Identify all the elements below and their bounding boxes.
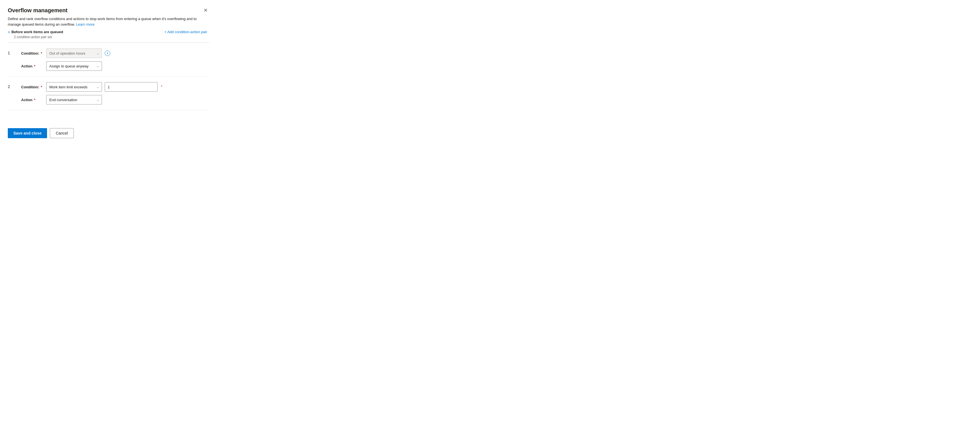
info-icon-1[interactable]: i	[105, 50, 110, 56]
condition-label-2: Condition: *	[21, 85, 43, 89]
overflow-management-dialog: Overflow management ✕ Define and rank ov…	[0, 0, 217, 145]
dialog-footer: Save and close Cancel	[8, 121, 209, 138]
condition-select-2[interactable]: Out of operation hours Work item limit e…	[46, 82, 102, 92]
condition-select-wrapper-2: Out of operation hours Work item limit e…	[46, 82, 102, 92]
action-select-wrapper-1: Assign to queue anyway End conversation …	[46, 61, 102, 71]
cancel-button[interactable]: Cancel	[50, 128, 74, 138]
dialog-title: Overflow management	[8, 7, 68, 14]
row-fields-2: Condition: * Out of operation hours Work…	[21, 82, 209, 104]
required-star-action-2: *	[33, 98, 35, 102]
conditions-list: 1 Condition: * Out of operation hours Wo…	[8, 43, 209, 121]
section-toolbar: ∨ Before work items are queued + Add con…	[8, 29, 209, 35]
row-inner-2: 2 Condition: * Out of operation hours Wo…	[8, 82, 209, 104]
action-select-2[interactable]: End conversation Assign to queue anyway	[46, 95, 102, 104]
action-select-wrapper-2: End conversation Assign to queue anyway …	[46, 95, 102, 104]
limit-input-2[interactable]	[105, 82, 158, 92]
action-field-row-2: Action * End conversation Assign to queu…	[21, 95, 209, 104]
add-condition-action-pair-button[interactable]: + Add condition-action pair	[162, 29, 209, 35]
required-star-condition-1: *	[40, 51, 42, 56]
action-label-1: Action *	[21, 64, 43, 68]
section-toggle-button[interactable]: ∨ Before work items are queued	[8, 30, 63, 34]
condition-row-1: 1 Condition: * Out of operation hours Wo…	[8, 43, 209, 77]
row-fields-1: Condition: * Out of operation hours Work…	[21, 48, 209, 71]
condition-field-row-2: Condition: * Out of operation hours Work…	[21, 82, 209, 92]
save-and-close-button[interactable]: Save and close	[8, 128, 47, 138]
row-number-2: 2	[8, 82, 21, 89]
row-number-1: 1	[8, 48, 21, 55]
learn-more-link[interactable]: Learn more	[76, 22, 94, 27]
dialog-description: Define and rank overflow conditions and …	[8, 16, 209, 27]
chevron-down-icon: ∨	[8, 30, 10, 34]
condition-label-1: Condition: *	[21, 51, 43, 56]
required-star-action-1: *	[33, 64, 35, 68]
dialog-header: Overflow management ✕	[8, 7, 209, 14]
close-button[interactable]: ✕	[202, 7, 209, 14]
condition-row-2: 2 Condition: * Out of operation hours Wo…	[8, 77, 209, 110]
row-inner-1: 1 Condition: * Out of operation hours Wo…	[8, 48, 209, 71]
action-select-1[interactable]: Assign to queue anyway End conversation	[46, 61, 102, 71]
required-star-condition-2: *	[40, 85, 42, 89]
condition-select-1[interactable]: Out of operation hours Work item limit e…	[46, 48, 102, 58]
action-field-row-1: Action * Assign to queue anyway End conv…	[21, 61, 209, 71]
condition-field-row-1: Condition: * Out of operation hours Work…	[21, 48, 209, 58]
section-title: Before work items are queued	[11, 30, 63, 34]
action-label-2: Action *	[21, 98, 43, 102]
required-star-limit-2: *	[161, 85, 162, 89]
condition-select-wrapper-1: Out of operation hours Work item limit e…	[46, 48, 102, 58]
section-subtitle: 2 condition-action pair set	[14, 35, 209, 39]
